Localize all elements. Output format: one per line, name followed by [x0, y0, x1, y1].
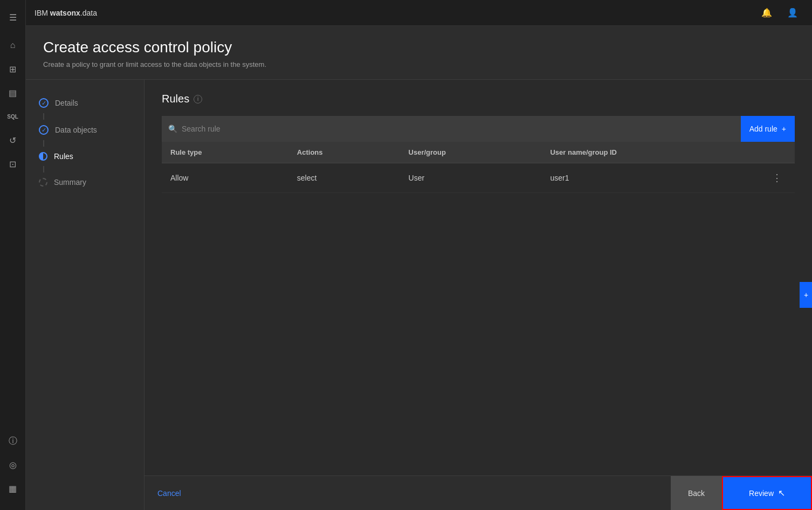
add-rule-plus-icon: +: [782, 125, 786, 133]
col-user-group: User/group: [400, 142, 542, 163]
cell-user-name-group-id: user1: [541, 163, 759, 193]
nav-rail: ☰ ⌂ ⊞ ▤ SQL ↺ ⊡ ⓘ ◎ ▦: [0, 0, 26, 510]
search-icon: 🔍: [168, 125, 177, 133]
step-data-objects-label: Data objects: [55, 126, 97, 134]
nav-top: ☰ ⌂ ⊞ ▤ SQL ↺ ⊡: [2, 6, 24, 430]
rules-title: Rules: [162, 93, 189, 105]
step-summary-icon: [39, 178, 47, 187]
search-wrapper: 🔍: [162, 116, 741, 142]
rules-table-header-row: Rule type Actions User/group User name/g…: [162, 142, 795, 163]
menu-icon[interactable]: ☰: [2, 6, 24, 28]
app-title: IBM watsonx.data: [35, 9, 97, 17]
top-header: IBM watsonx.data 🔔 👤: [26, 0, 812, 26]
rules-header: Rules i: [162, 93, 795, 105]
step-details-icon: ✓: [39, 98, 49, 108]
review-label: Review: [749, 489, 774, 498]
table-row: Allow select User user1 ⋮: [162, 163, 795, 193]
cell-actions: select: [288, 163, 400, 193]
col-actions: Actions: [288, 142, 400, 163]
step-data-objects-icon: ✓: [39, 125, 49, 135]
location-icon[interactable]: ◎: [2, 454, 24, 475]
form-panel-content: Rules i 🔍 Add rule +: [144, 80, 812, 475]
col-overflow: [759, 142, 795, 163]
main-area: IBM watsonx.data 🔔 👤 Create access contr…: [26, 0, 812, 510]
step-summary-label: Summary: [54, 178, 86, 187]
col-user-name-group-id: User name/group ID: [541, 142, 759, 163]
cell-user-group: User: [400, 163, 542, 193]
table-bottom-icon[interactable]: ▦: [2, 478, 24, 499]
step-line-3: [43, 166, 44, 173]
content-area: Create access control policy Create a po…: [26, 26, 812, 510]
back-button[interactable]: Back: [671, 476, 722, 510]
step-line-1: [43, 113, 44, 120]
search-add-row: 🔍 Add rule +: [162, 116, 795, 142]
cancel-button[interactable]: Cancel: [144, 476, 194, 510]
search-rule-input[interactable]: [182, 125, 734, 133]
step-rules-label: Rules: [54, 152, 73, 161]
page-header: Create access control policy Create a po…: [26, 26, 812, 80]
step-summary[interactable]: Summary: [26, 173, 144, 192]
row-overflow-button[interactable]: ⋮: [768, 170, 786, 186]
sql-icon[interactable]: SQL: [2, 106, 24, 127]
form-panel: Rules i 🔍 Add rule +: [144, 80, 812, 510]
review-button[interactable]: Review ↖: [722, 476, 812, 510]
step-rules-icon: [39, 152, 47, 161]
step-data-objects[interactable]: ✓ Data objects: [26, 120, 144, 140]
step-details-label: Details: [55, 99, 78, 107]
page-title: Create access control policy: [43, 39, 795, 56]
rules-table: Rule type Actions User/group User name/g…: [162, 142, 795, 193]
query-icon[interactable]: ⊡: [2, 153, 24, 175]
history-icon[interactable]: ↺: [2, 129, 24, 151]
rules-table-body: Allow select User user1 ⋮: [162, 163, 795, 193]
col-rule-type: Rule type: [162, 142, 288, 163]
add-rule-label: Add rule: [749, 125, 777, 133]
expand-icon: +: [804, 291, 808, 299]
home-icon[interactable]: ⌂: [2, 35, 24, 56]
rules-info-icon[interactable]: i: [194, 95, 202, 104]
step-rules[interactable]: Rules: [26, 147, 144, 166]
form-footer: Cancel Back Review ↖: [144, 475, 812, 510]
notifications-icon[interactable]: 🔔: [756, 2, 777, 24]
user-profile-icon[interactable]: 👤: [782, 2, 803, 24]
grid-icon[interactable]: ⊞: [2, 58, 24, 80]
step-details[interactable]: ✓ Details: [26, 93, 144, 113]
cursor-icon: ↖: [778, 488, 785, 498]
nav-bottom: ⓘ ◎ ▦: [2, 430, 24, 504]
page-description: Create a policy to grant or limit access…: [43, 60, 795, 68]
add-rule-button[interactable]: Add rule +: [741, 116, 795, 142]
rules-table-head: Rule type Actions User/group User name/g…: [162, 142, 795, 163]
form-body: ✓ Details ✓ Data objects Rules Summary: [26, 80, 812, 510]
cell-rule-type: Allow: [162, 163, 288, 193]
table-icon[interactable]: ▤: [2, 82, 24, 104]
info-icon[interactable]: ⓘ: [2, 430, 24, 452]
stepper-sidebar: ✓ Details ✓ Data objects Rules Summary: [26, 80, 144, 510]
step-line-2: [43, 140, 44, 147]
cell-overflow-menu: ⋮: [759, 163, 795, 193]
top-header-right: 🔔 👤: [756, 2, 803, 24]
expand-panel-tab[interactable]: +: [800, 282, 812, 308]
